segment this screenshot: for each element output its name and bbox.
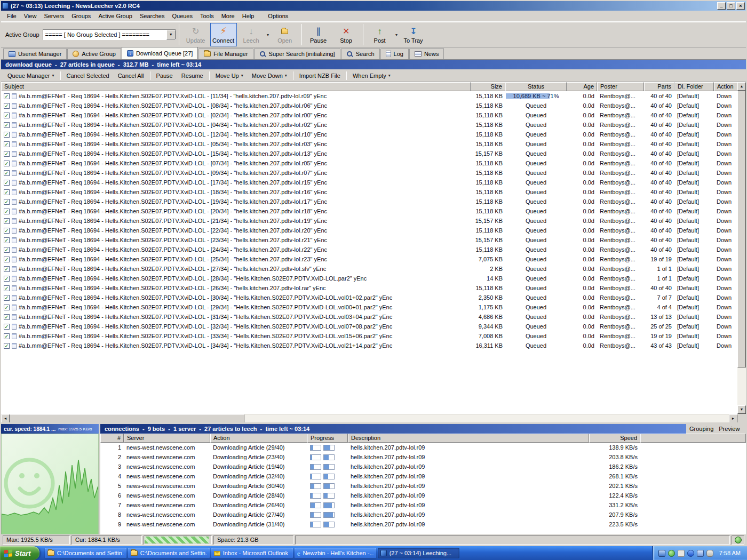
- queue-row[interactable]: ✓#a.b.mm@EFNeT - Req 18694 - Hells.Kitch…: [1, 264, 737, 274]
- connections-column-header-description[interactable]: Description: [348, 434, 589, 443]
- queue-row[interactable]: ✓#a.b.mm@EFNeT - Req 18694 - Hells.Kitch…: [1, 331, 737, 341]
- menu-item-file[interactable]: File: [3, 11, 20, 21]
- queue-row[interactable]: ✓#a.b.mm@EFNeT - Req 18694 - Hells.Kitch…: [1, 283, 737, 293]
- toolbar-update-button[interactable]: ↻Update: [182, 23, 209, 46]
- taskbar-window-c-documents-and-settin[interactable]: C:\Documents and Settin...: [128, 548, 210, 558]
- toolbar-post-dropdown-icon[interactable]: ▾: [394, 23, 400, 46]
- queue-row[interactable]: ✓#a.b.mm@EFNeT - Req 18694 - Hells.Kitch…: [1, 245, 737, 254]
- queue-row[interactable]: ✓#a.b.mm@EFNeT - Req 18694 - Hells.Kitch…: [1, 187, 737, 197]
- queue-row[interactable]: ✓#a.b.mm@EFNeT - Req 18694 - Hells.Kitch…: [1, 101, 737, 110]
- queue-row[interactable]: ✓#a.b.mm@EFNeT - Req 18694 - Hells.Kitch…: [1, 254, 737, 264]
- checkbox-checked-icon[interactable]: ✓: [4, 237, 10, 243]
- queue-row[interactable]: ✓#a.b.mm@EFNeT - Req 18694 - Hells.Kitch…: [1, 168, 737, 178]
- toolbar-stop-button[interactable]: ✕Stop: [333, 23, 360, 46]
- checkbox-checked-icon[interactable]: ✓: [4, 314, 10, 320]
- checkbox-checked-icon[interactable]: ✓: [4, 103, 10, 109]
- tab-file-manager[interactable]: File Manager: [198, 48, 253, 59]
- menu-item-help[interactable]: Help: [239, 11, 258, 21]
- queuebar-resume-button[interactable]: Resume: [177, 71, 208, 81]
- connection-row[interactable]: 5news-west.newscene.comDownloading Artic…: [100, 481, 746, 491]
- checkbox-checked-icon[interactable]: ✓: [4, 122, 10, 128]
- vertical-scrollbar[interactable]: ▲ ▼: [737, 82, 746, 422]
- menu-item-active-group[interactable]: Active Group: [94, 11, 136, 21]
- queue-row[interactable]: ✓#a.b.mm@EFNeT - Req 18694 - Hells.Kitch…: [1, 322, 737, 331]
- tab-download-queue-27[interactable]: ↓Download Queue [27]: [122, 47, 198, 59]
- checkbox-checked-icon[interactable]: ✓: [4, 170, 10, 176]
- toolbar-open-button[interactable]: Open: [272, 23, 298, 46]
- active-group-combobox[interactable]: ===== [ No Group Selected ] ======== ▼: [43, 29, 176, 40]
- queue-row[interactable]: ✓#a.b.mm@EFNeT - Req 18694 - Hells.Kitch…: [1, 206, 737, 216]
- checkbox-checked-icon[interactable]: ✓: [4, 324, 10, 330]
- chevron-down-icon[interactable]: ▼: [166, 30, 176, 39]
- horizontal-scroll-thumb[interactable]: [10, 414, 244, 422]
- column-header-age[interactable]: Age: [567, 82, 597, 91]
- checkbox-checked-icon[interactable]: ✓: [4, 209, 10, 214]
- column-header-dl-folder[interactable]: Dl. Folder: [674, 82, 714, 91]
- menu-item-more[interactable]: More: [218, 11, 239, 21]
- connections-column-header-[interactable]: #: [100, 434, 124, 443]
- checkbox-checked-icon[interactable]: ✓: [4, 305, 10, 310]
- checkbox-checked-icon[interactable]: ✓: [4, 151, 10, 157]
- connection-row[interactable]: 8news-west.newscene.comDownloading Artic…: [100, 510, 746, 519]
- tray-display-icon[interactable]: [658, 550, 665, 557]
- scroll-down-icon[interactable]: ▼: [737, 405, 746, 414]
- tray-network-icon[interactable]: [697, 550, 704, 557]
- queuebar-pause-button[interactable]: Pause: [152, 71, 177, 81]
- queuebar-move-down-button[interactable]: Move Down▾: [248, 71, 291, 81]
- tab-log[interactable]: Log: [380, 48, 409, 59]
- horizontal-scroll-track[interactable]: [10, 414, 729, 422]
- vertical-scroll-track[interactable]: [737, 91, 746, 405]
- vertical-scroll-thumb[interactable]: [737, 91, 746, 367]
- checkbox-checked-icon[interactable]: ✓: [4, 285, 10, 291]
- maximize-icon[interactable]: □: [727, 2, 735, 10]
- queue-row[interactable]: ✓#a.b.mm@EFNeT - Req 18694 - Hells.Kitch…: [1, 120, 737, 130]
- tray-antivirus-icon[interactable]: [668, 550, 675, 557]
- toolbar-post-button[interactable]: ↑Post: [367, 23, 393, 46]
- column-header-poster[interactable]: Poster: [597, 82, 644, 91]
- queue-row[interactable]: ✓#a.b.mm@EFNeT - Req 18694 - Hells.Kitch…: [1, 149, 737, 158]
- queue-row[interactable]: ✓#a.b.mm@EFNeT - Req 18694 - Hells.Kitch…: [1, 235, 737, 245]
- menu-item-view[interactable]: View: [20, 11, 41, 21]
- checkbox-checked-icon[interactable]: ✓: [4, 132, 10, 138]
- checkbox-checked-icon[interactable]: ✓: [4, 276, 10, 282]
- column-header-size[interactable]: Size: [471, 82, 505, 91]
- checkbox-checked-icon[interactable]: ✓: [4, 141, 10, 147]
- queue-row[interactable]: ✓#a.b.mm@EFNeT - Req 18694 - Hells.Kitch…: [1, 216, 737, 226]
- checkbox-checked-icon[interactable]: ✓: [4, 161, 10, 166]
- tab-search[interactable]: Search: [341, 48, 380, 59]
- checkbox-checked-icon[interactable]: ✓: [4, 189, 10, 195]
- menu-item-servers[interactable]: Servers: [40, 11, 68, 21]
- scroll-up-icon[interactable]: ▲: [737, 82, 746, 91]
- connection-row[interactable]: 3news-west.newscene.comDownloading Artic…: [100, 462, 746, 471]
- connections-column-header-progress[interactable]: Progress: [307, 434, 348, 443]
- queue-row[interactable]: ✓#a.b.mm@EFNeT - Req 18694 - Hells.Kitch…: [1, 274, 737, 283]
- queue-row[interactable]: ✓#a.b.mm@EFNeT - Req 18694 - Hells.Kitch…: [1, 312, 737, 322]
- taskbar-window-c-documents-and-settin[interactable]: C:\Documents and Settin...: [45, 548, 126, 558]
- toolbar-to-tray-button[interactable]: ↧To Tray: [400, 23, 427, 46]
- checkbox-checked-icon[interactable]: ✓: [4, 113, 10, 118]
- close-icon[interactable]: ×: [736, 2, 745, 10]
- queuebar-when-empty-button[interactable]: When Empty▾: [348, 71, 395, 81]
- connection-row[interactable]: 2news-west.newscene.comDownloading Artic…: [100, 452, 746, 462]
- queue-row[interactable]: ✓#a.b.mm@EFNeT - Req 18694 - Hells.Kitch…: [1, 178, 737, 187]
- checkbox-checked-icon[interactable]: ✓: [4, 266, 10, 272]
- connection-row[interactable]: 4news-west.newscene.comDownloading Artic…: [100, 471, 746, 481]
- menu-item-searches[interactable]: Searches: [136, 11, 168, 21]
- tab-super-search-initializing[interactable]: Super Search [initializing]: [254, 48, 340, 59]
- queuebar-cancel-selected-button[interactable]: Cancel Selected: [62, 71, 114, 81]
- checkbox-checked-icon[interactable]: ✓: [4, 257, 10, 262]
- queue-row[interactable]: ✓#a.b.mm@EFNeT - Req 18694 - Hells.Kitch…: [1, 341, 737, 350]
- column-header-action[interactable]: Action: [714, 82, 737, 91]
- toolbar-connect-button[interactable]: ⚡Connect: [210, 23, 237, 46]
- queuebar-cancel-all-button[interactable]: Cancel All: [114, 71, 148, 81]
- checkbox-checked-icon[interactable]: ✓: [4, 228, 10, 234]
- horizontal-scrollbar[interactable]: ◄ ►: [1, 414, 737, 422]
- queuebar-queue-manager-button[interactable]: Queue Manager▾: [3, 71, 59, 81]
- grouping-button[interactable]: Grouping: [689, 426, 713, 432]
- taskbar-window-inbox-microsoft-outlook[interactable]: Inbox - Microsoft Outlook: [211, 548, 293, 558]
- queue-row[interactable]: ✓#a.b.mm@EFNeT - Req 18694 - Hells.Kitch…: [1, 293, 737, 302]
- queue-row[interactable]: ✓#a.b.mm@EFNeT - Req 18694 - Hells.Kitch…: [1, 302, 737, 312]
- menu-item-groups[interactable]: Groups: [68, 11, 94, 21]
- queue-row[interactable]: ✓#a.b.mm@EFNeT - Req 18694 - Hells.Kitch…: [1, 226, 737, 235]
- connection-row[interactable]: 9news-west.newscene.comDownloading Artic…: [100, 519, 746, 529]
